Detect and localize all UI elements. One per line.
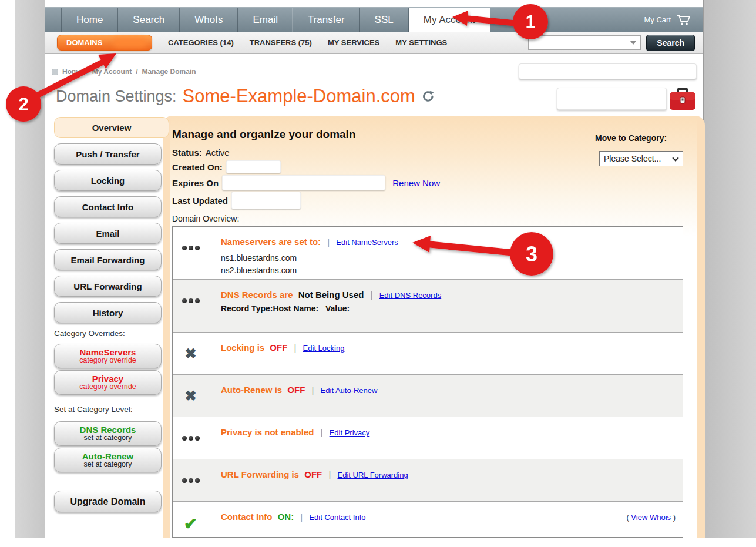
- redacted-box-title: [557, 88, 667, 110]
- section-heading: Manage and organize your domain: [172, 128, 356, 141]
- sidebar-item-push-transfer[interactable]: Push / Transfer: [54, 143, 162, 165]
- move-to-category-select[interactable]: Please Select...: [599, 151, 683, 166]
- breadcrumb: Home / My Account / Manage Domain: [52, 68, 196, 76]
- view-whois-link[interactable]: View Whois: [631, 513, 671, 522]
- my-cart-button[interactable]: My Cart: [644, 8, 704, 32]
- sidebar-item-url-forwarding[interactable]: URL Forwarding: [54, 276, 162, 297]
- breadcrumb-separator: /: [136, 68, 137, 76]
- table-row-dns-records: DNS Records are Not Being Used | Edit DN…: [173, 280, 683, 333]
- sidebar-item-nameservers-override[interactable]: NameServers category override: [54, 344, 162, 368]
- updated-label: Last Updated: [172, 196, 228, 206]
- subnav-item-categories[interactable]: CATEGORIES (14): [168, 38, 234, 47]
- ellipsis-icon: [182, 474, 200, 501]
- move-to-category-label: Move to Category:: [595, 133, 667, 143]
- sidebar-item-dns-records-category[interactable]: DNS Records set at category: [54, 421, 162, 446]
- ellipsis-icon: [182, 241, 200, 279]
- page-title-label: Domain Settings:: [56, 88, 177, 106]
- domain-overview-table: Nameservers are set to: | Edit NameServe…: [172, 226, 683, 538]
- breadcrumb-separator: /: [86, 68, 88, 76]
- sidebar-item-email-forwarding[interactable]: Email Forwarding: [54, 249, 162, 270]
- edit-url-forwarding-link[interactable]: Edit URL Forwarding: [338, 471, 408, 479]
- subnav-item-domains[interactable]: DOMAINS: [57, 35, 152, 51]
- status-label: Status:: [172, 147, 202, 157]
- edit-auto-renew-link[interactable]: Edit Auto-Renew: [321, 386, 378, 395]
- table-row-auto-renew: ✖ Auto-Renew is OFF | Edit Auto-Renew: [173, 375, 683, 417]
- created-line: Created On:: [172, 160, 281, 173]
- domains-label: DOMAINS: [66, 38, 102, 47]
- my-cart-label: My Cart: [644, 15, 671, 24]
- ellipsis-icon: [182, 294, 200, 332]
- combo-dropdown-icon[interactable]: [630, 41, 636, 45]
- tab-my-account[interactable]: My Account: [409, 8, 490, 32]
- redacted-expires-date: [222, 175, 385, 190]
- breadcrumb-home[interactable]: Home: [62, 68, 82, 76]
- sidebar-item-contact-info[interactable]: Contact Info: [54, 196, 162, 217]
- subnav-item-transfers[interactable]: TRANSFERS (75): [250, 38, 312, 47]
- tab-email[interactable]: Email: [238, 8, 293, 32]
- table-row-locking: ✖ Locking is OFF | Edit Locking: [173, 333, 683, 375]
- category-overrides-heading: Category Overrides:: [54, 329, 162, 340]
- sidebar-item-auto-renew-category[interactable]: Auto-Renew set at category: [54, 448, 162, 472]
- domain-overview-label: Domain Overview:: [172, 214, 239, 223]
- edit-privacy-link[interactable]: Edit Privacy: [330, 428, 370, 437]
- table-row-nameservers: Nameservers are set to: | Edit NameServe…: [173, 227, 683, 280]
- tab-ssl[interactable]: SSL: [360, 8, 409, 32]
- edit-dns-records-link[interactable]: Edit DNS Records: [379, 291, 441, 300]
- created-label: Created On:: [172, 162, 223, 172]
- nameserver-1: ns1.bluestardns.com: [221, 252, 676, 264]
- cross-icon: ✖: [184, 389, 196, 417]
- updated-line: Last Updated: [172, 192, 301, 209]
- page-title: Domain Settings: Some-Example-Domain.com: [56, 86, 435, 107]
- view-whois: ( View Whois ): [626, 512, 676, 522]
- row-status: Not Being Used: [298, 290, 364, 300]
- left-gray-band: [15, 0, 45, 538]
- sidebar-item-history[interactable]: History: [54, 302, 162, 323]
- sidebar-item-privacy-override[interactable]: Privacy category override: [54, 370, 162, 395]
- sidebar-item-overview[interactable]: Overview: [54, 117, 169, 138]
- row-title: Contact Info: [221, 512, 273, 522]
- breadcrumb-my-account[interactable]: My Account: [92, 68, 132, 76]
- edit-nameservers-link[interactable]: Edit NameServers: [336, 238, 398, 247]
- expires-line: Expires On Renew Now: [172, 175, 440, 190]
- ellipsis-icon: [182, 431, 200, 459]
- domain-search-input[interactable]: [528, 35, 641, 50]
- breadcrumb-icon: [52, 69, 58, 75]
- tab-home[interactable]: Home: [61, 8, 118, 32]
- tab-search[interactable]: Search: [118, 8, 180, 32]
- row-title: URL Forwarding is: [221, 469, 299, 479]
- set-at-category-heading: Set at Category Level:: [54, 405, 162, 415]
- row-status: OFF: [287, 385, 305, 395]
- tab-transfer[interactable]: Transfer: [293, 8, 360, 32]
- page: Home Search WhoIs Email Transfer SSL My …: [0, 0, 756, 547]
- redacted-box-top: [519, 63, 697, 79]
- subnav-item-my-settings[interactable]: MY SETTINGS: [395, 38, 447, 47]
- edit-contact-info-link[interactable]: Edit Contact Info: [309, 513, 365, 522]
- record-headers: Record Type:Host Name: Value:: [221, 304, 676, 313]
- upgrade-domain-button[interactable]: Upgrade Domain: [54, 491, 162, 512]
- row-status: ON:: [278, 512, 294, 522]
- edit-locking-link[interactable]: Edit Locking: [303, 344, 345, 353]
- nameserver-2: ns2.bluestardns.com: [221, 264, 676, 277]
- toolbox-icon[interactable]: [668, 86, 697, 112]
- expires-label: Expires On: [172, 178, 219, 188]
- row-title: Locking is: [221, 343, 264, 353]
- row-title: Auto-Renew is: [221, 385, 282, 395]
- row-title: DNS Records are: [221, 290, 293, 300]
- sub-navigation: DOMAINS CATEGORIES (14) TRANSFERS (75) M…: [45, 32, 703, 54]
- breadcrumb-manage-domain[interactable]: Manage Domain: [142, 68, 196, 76]
- cross-icon: ✖: [184, 347, 196, 374]
- search-button[interactable]: Search: [646, 35, 695, 51]
- chevron-down-icon: [672, 155, 678, 161]
- row-title: Privacy is not enabled: [221, 427, 314, 437]
- sidebar-item-locking[interactable]: Locking: [54, 170, 162, 191]
- refresh-icon[interactable]: [421, 89, 435, 103]
- sidebar-item-email[interactable]: Email: [54, 223, 162, 244]
- redacted-blur: [113, 38, 147, 48]
- check-icon: ✔: [184, 516, 197, 537]
- tab-whois[interactable]: WhoIs: [180, 8, 238, 32]
- top-navigation: Home Search WhoIs Email Transfer SSL My …: [45, 7, 703, 32]
- subnav-item-my-services[interactable]: MY SERVICES: [328, 38, 379, 47]
- table-row-privacy: Privacy is not enabled | Edit Privacy: [173, 417, 683, 459]
- renew-now-link[interactable]: Renew Now: [392, 178, 440, 188]
- redacted-created-date: [226, 160, 281, 173]
